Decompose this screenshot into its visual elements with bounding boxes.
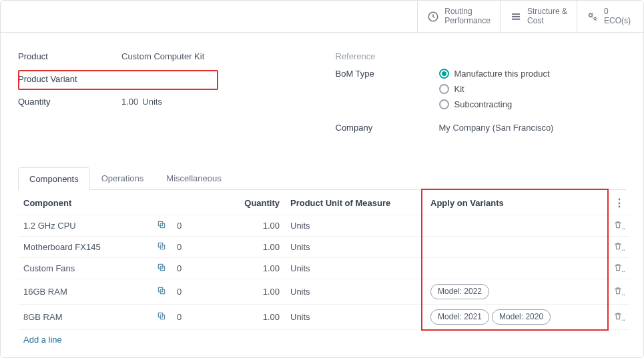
cell-apply-on-variants[interactable] xyxy=(425,237,606,258)
stat-button-bar: Routing Performance Structure & Cost xyxy=(1,1,643,33)
cell-quantity[interactable]: 1.00 xyxy=(198,215,285,237)
company-value[interactable]: My Company (San Francisco) xyxy=(439,123,554,133)
cell-uom[interactable]: Units xyxy=(285,258,425,279)
table-row[interactable]: 1.2 GHz CPU01.00Units.. xyxy=(18,215,630,237)
bom-form-page: Routing Performance Structure & Cost xyxy=(0,0,644,358)
cell-extra: 0 xyxy=(172,237,198,258)
bom-opt-sub-label: Subcontracting xyxy=(454,99,513,109)
list-icon xyxy=(510,11,522,23)
cell-apply-on-variants[interactable]: Model: 2021Model: 2020 xyxy=(425,304,606,329)
th-uom: Product Unit of Measure xyxy=(285,190,425,215)
gears-icon xyxy=(587,11,599,23)
routing-line1: Routing xyxy=(444,7,491,17)
bom-type-subcontract[interactable]: Subcontracting xyxy=(439,99,550,109)
components-table: Component Quantity Product Unit of Measu… xyxy=(18,190,630,349)
cell-component-name[interactable]: 16GB RAM xyxy=(18,279,151,305)
copy-icon[interactable] xyxy=(157,313,166,323)
form-area: Product Custom Computer Kit Product Vari… xyxy=(1,33,643,147)
tab-miscellaneous[interactable]: Miscellaneous xyxy=(155,167,232,189)
form-left-col: Product Custom Computer Kit Product Vari… xyxy=(18,46,309,140)
quantity-row: Quantity 1.00 Units xyxy=(18,91,309,111)
product-variant-row: Product Variant xyxy=(18,69,309,89)
bom-type-kit[interactable]: Kit xyxy=(439,84,550,94)
reference-label: Reference xyxy=(336,51,439,61)
cell-uom[interactable]: Units xyxy=(285,279,425,305)
cell-component-name[interactable]: Custom Fans xyxy=(18,258,151,279)
routing-performance-button[interactable]: Routing Performance xyxy=(417,1,500,32)
copy-icon[interactable] xyxy=(157,287,166,297)
tab-operations[interactable]: Operations xyxy=(90,167,155,189)
radio-icon xyxy=(439,99,449,109)
quantity-value[interactable]: 1.00 xyxy=(121,97,138,107)
table-row[interactable]: 8GB RAM01.00UnitsModel: 2021Model: 2020.… xyxy=(18,304,630,329)
cell-extra: 0 xyxy=(172,304,198,329)
cell-extra: 0 xyxy=(172,258,198,279)
bom-opt-kit-label: Kit xyxy=(454,84,464,94)
copy-icon[interactable] xyxy=(157,243,166,253)
table-row[interactable]: 16GB RAM01.00UnitsModel: 2022.. xyxy=(18,279,630,305)
table-row[interactable]: Custom Fans01.00Units.. xyxy=(18,258,630,279)
cell-apply-on-variants[interactable] xyxy=(425,215,606,237)
cell-uom[interactable]: Units xyxy=(285,237,425,258)
th-quantity: Quantity xyxy=(198,190,285,215)
reference-row: Reference xyxy=(336,46,627,66)
bom-type-options: Manufacture this product Kit Subcontract… xyxy=(439,69,550,115)
cell-quantity[interactable]: 1.00 xyxy=(198,258,285,279)
add-a-line[interactable]: Add a line xyxy=(23,332,62,345)
cell-quantity[interactable]: 1.00 xyxy=(198,279,285,305)
notebook-tabs: Components Operations Miscellaneous xyxy=(18,167,626,190)
structure-line2: Cost xyxy=(527,17,567,26)
tab-components[interactable]: Components xyxy=(18,167,90,190)
product-value[interactable]: Custom Computer Kit xyxy=(121,51,204,61)
copy-icon[interactable] xyxy=(157,264,166,274)
form-right-col: Reference BoM Type Manufacture this prod… xyxy=(336,46,627,140)
bom-opt-manufacture-label: Manufacture this product xyxy=(454,69,550,79)
radio-checked-icon xyxy=(439,69,449,79)
cell-uom[interactable]: Units xyxy=(285,215,425,237)
company-label: Company xyxy=(336,123,439,133)
cell-extra: 0 xyxy=(172,279,198,305)
bom-type-label: BoM Type xyxy=(336,69,439,79)
table-row[interactable]: Motherboard FX14501.00Units.. xyxy=(18,237,630,258)
cell-apply-on-variants[interactable]: Model: 2022 xyxy=(425,279,606,305)
cell-component-name[interactable]: 8GB RAM xyxy=(18,304,151,329)
product-variant-label: Product Variant xyxy=(18,74,121,84)
cell-component-name[interactable]: Motherboard FX145 xyxy=(18,237,151,258)
components-table-wrap: Component Quantity Product Unit of Measu… xyxy=(18,190,637,349)
product-row: Product Custom Computer Kit xyxy=(18,46,309,66)
clock-icon xyxy=(427,11,439,23)
variant-chip[interactable]: Model: 2020 xyxy=(492,309,551,325)
copy-icon[interactable] xyxy=(157,221,166,231)
quantity-units: Units xyxy=(142,97,162,107)
cell-quantity[interactable]: 1.00 xyxy=(198,237,285,258)
radio-icon xyxy=(439,84,449,94)
cell-quantity[interactable]: 1.00 xyxy=(198,304,285,329)
cell-extra: 0 xyxy=(172,215,198,237)
columns-menu-icon[interactable]: ⋮ xyxy=(614,197,625,209)
th-variants: Apply on Variants xyxy=(425,190,606,215)
th-component: Component xyxy=(18,190,198,215)
variant-chip[interactable]: Model: 2022 xyxy=(430,284,489,299)
company-row: Company My Company (San Francisco) xyxy=(336,117,627,137)
eco-line1: 0 xyxy=(604,7,631,17)
bom-type-row: BoM Type Manufacture this product Kit Su… xyxy=(336,69,627,115)
variant-chip[interactable]: Model: 2021 xyxy=(430,309,489,325)
eco-line2: ECO(s) xyxy=(604,17,631,26)
cell-uom[interactable]: Units xyxy=(285,304,425,329)
structure-line1: Structure & xyxy=(527,7,567,17)
quantity-label: Quantity xyxy=(18,97,121,107)
structure-cost-button[interactable]: Structure & Cost xyxy=(500,1,577,32)
bom-type-manufacture[interactable]: Manufacture this product xyxy=(439,69,550,79)
product-label: Product xyxy=(18,51,121,61)
eco-button[interactable]: 0 ECO(s) xyxy=(577,1,643,32)
routing-line2: Performance xyxy=(444,17,491,26)
cell-component-name[interactable]: 1.2 GHz CPU xyxy=(18,215,151,237)
cell-apply-on-variants[interactable] xyxy=(425,258,606,279)
